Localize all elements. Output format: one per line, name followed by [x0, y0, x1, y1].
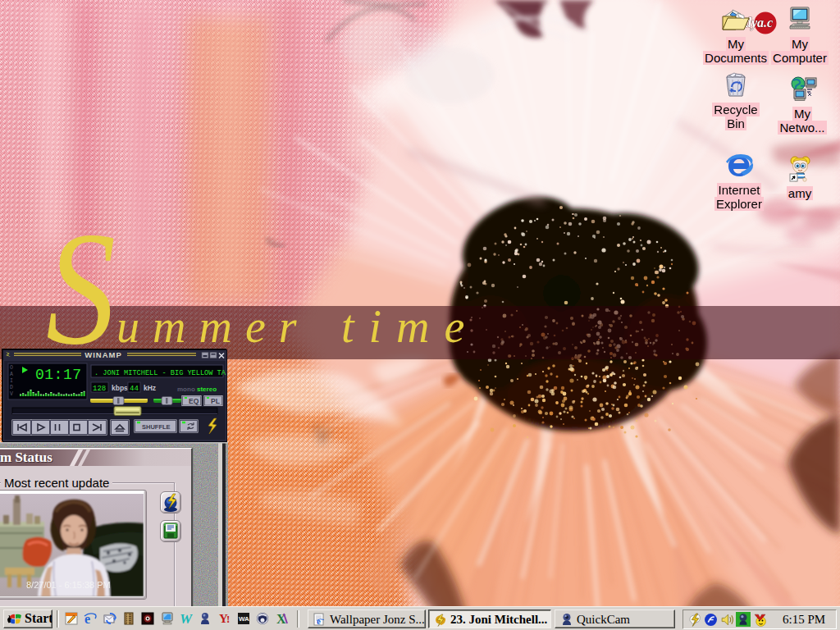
svg-text:8/27/01 - 6:15:38 PM: 8/27/01 - 6:15:38 PM [26, 580, 111, 590]
svg-text:128: 128 [93, 385, 106, 393]
svg-text:stereo: stereo [197, 386, 217, 393]
svg-text:A: A [10, 372, 13, 377]
svg-text:I: I [10, 378, 13, 384]
svg-text:44: 44 [130, 385, 139, 393]
svg-text:SHUFFLE: SHUFFLE [142, 423, 171, 431]
svg-text:O: O [10, 365, 13, 371]
svg-text:time: time [341, 301, 479, 352]
svg-text:D: D [10, 385, 13, 390]
svg-text:mono: mono [177, 386, 195, 393]
svg-text:W: W [180, 612, 193, 625]
svg-text:WINAMP: WINAMP [84, 350, 122, 359]
svg-text:kbps: kbps [112, 384, 128, 392]
svg-text:. JONI MITCHELL - BIG YELLOW T: . JONI MITCHELL - BIG YELLOW TA [94, 369, 226, 377]
svg-text:V: V [10, 391, 13, 397]
svg-text:01:17: 01:17 [35, 367, 82, 383]
svg-text:PL: PL [211, 397, 220, 405]
svg-text:EQ: EQ [189, 397, 199, 405]
svg-text:ummer: ummer [116, 301, 310, 352]
svg-text:e: e [317, 616, 321, 626]
svg-text:!: ! [226, 613, 230, 625]
svg-text:kHz: kHz [144, 384, 156, 392]
svg-text:WA: WA [239, 615, 249, 623]
